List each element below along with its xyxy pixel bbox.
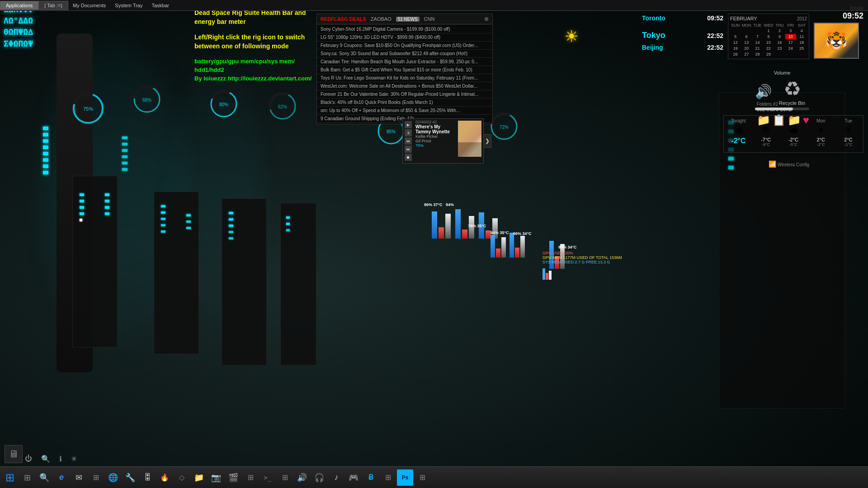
cal-day[interactable]: 13 — [741, 40, 751, 45]
photoshop-taskbar-icon[interactable]: Ps — [397, 469, 413, 486]
cal-day[interactable]: 5 — [730, 34, 741, 39]
ie-taskbar-icon[interactable]: e — [53, 469, 70, 486]
globe-taskbar-icon[interactable]: 🌐 — [105, 469, 121, 486]
applications-tab[interactable]: Applications — [0, 1, 38, 10]
cal-day[interactable]: 4 — [797, 28, 807, 33]
cal-day[interactable] — [741, 28, 751, 33]
speaker-taskbar-icon[interactable]: 🔊 — [294, 469, 310, 486]
cal-day[interactable]: 28 — [752, 52, 763, 57]
cal-day[interactable] — [785, 52, 796, 57]
media-expand-btn[interactable]: ❯ — [483, 134, 491, 148]
news-item[interactable]: Forever 21 Be Our Valentine Sale: 30% Of… — [317, 90, 492, 99]
news-item[interactable]: Sony Cyber-Shot 16.2MP Digital Camera - … — [317, 25, 492, 33]
cal-day[interactable]: 20 — [741, 46, 751, 51]
cal-day[interactable]: 19 — [730, 46, 741, 51]
cal-day[interactable]: 22 — [763, 46, 774, 51]
grid-app-icon[interactable]: ⊞ — [19, 469, 35, 486]
cal-day[interactable] — [797, 52, 807, 57]
search-taskbar-icon[interactable]: 🔍 — [36, 469, 52, 486]
cal-day[interactable] — [730, 28, 741, 33]
media-taskbar-icon[interactable]: ⊞ — [88, 469, 104, 486]
cal-day[interactable] — [774, 52, 785, 57]
media-pause-btn[interactable]: ⏸ — [405, 129, 412, 136]
heart-icon[interactable]: ♥ — [803, 114, 809, 127]
usb-taskbar-icon[interactable]: ⊞ — [380, 469, 396, 486]
news-item[interactable]: LG 55" 1080p 120Hz 3D LED HDTV - $999.99… — [317, 33, 492, 42]
cal-day[interactable]: 18 — [797, 40, 807, 45]
bluetooth-taskbar-icon[interactable]: Ƀ — [363, 469, 379, 486]
cal-day[interactable]: 16 — [774, 40, 785, 45]
user-avatar[interactable]: 🐯 — [814, 23, 859, 59]
script-taskbar-icon[interactable]: ⊞ — [277, 469, 293, 486]
cal-day[interactable]: 6 — [741, 34, 751, 39]
media-stop-btn[interactable]: ⏹ — [405, 154, 412, 161]
games-taskbar-icon[interactable]: ◇ — [174, 469, 190, 486]
cal-day[interactable] — [752, 28, 763, 33]
my-documents-nav[interactable]: My Documents — [73, 3, 106, 8]
asterisk-icon[interactable]: ✳ — [71, 455, 77, 463]
folder-taskbar-icon[interactable]: 📁 — [191, 469, 207, 486]
folder-icon-1[interactable]: 📁 — [757, 114, 770, 127]
news-item[interactable]: Sony.ca: Sony 3D Sound Bar and Subwoofer… — [317, 50, 492, 58]
mail-taskbar-icon[interactable]: ✉ — [71, 469, 87, 486]
cal-day[interactable]: 25 — [797, 46, 807, 51]
monitor-taskbar-icon[interactable]: ⊞ — [414, 469, 430, 486]
news-item[interactable]: February 9 Coupons: Save $10-$50 On Qual… — [317, 42, 492, 50]
news-item[interactable]: WestJet.com: Welcome Sale on All Destina… — [317, 82, 492, 90]
cal-day[interactable]: 15 — [763, 40, 774, 45]
media-artist: Kellie Picker — [415, 134, 454, 139]
cal-day[interactable]: 29 — [763, 52, 774, 57]
media-prev-btn[interactable]: ⏮ — [405, 137, 412, 145]
headset-taskbar-icon[interactable]: 🎧 — [311, 469, 327, 486]
news-item[interactable]: Black's: 40% off 8x10 Quick Print Books … — [317, 99, 492, 107]
bottom-left-icon[interactable]: 🖥 — [5, 445, 23, 463]
fire-taskbar-icon[interactable]: 🔥 — [156, 469, 173, 486]
media-next-btn[interactable]: ⏭ — [405, 145, 412, 153]
news-item[interactable]: Canadian Tire: Hamilton Beach Big Mouth … — [317, 58, 492, 66]
redflasg-tab[interactable]: REDFLASG DEALS — [321, 16, 366, 22]
cal-day[interactable]: 11 — [797, 34, 807, 39]
volume-icon[interactable]: 🔊 — [755, 84, 772, 99]
cal-day[interactable]: 21 — [752, 46, 763, 51]
cal-day[interactable]: 14 — [752, 40, 763, 45]
power-icon[interactable]: ⏻ — [25, 455, 32, 463]
search-small-icon[interactable]: 🔍 — [41, 455, 50, 463]
cal-day[interactable]: 2 — [774, 28, 785, 33]
media-info: 02/40/02:42 Where's My Tammy Wynette Kel… — [414, 119, 456, 163]
cal-day[interactable]: 7 — [752, 34, 763, 39]
clone-taskbar-icon[interactable]: ⊞ — [242, 469, 259, 486]
cal-day[interactable]: 17 — [785, 40, 796, 45]
media-play-btn[interactable]: ▶ — [405, 121, 412, 128]
info-icon[interactable]: ℹ — [59, 455, 62, 463]
cal-day[interactable]: 24 — [785, 46, 796, 51]
music-taskbar-icon[interactable]: ♪ — [328, 469, 344, 486]
video-taskbar-icon[interactable]: 🎬 — [225, 469, 241, 486]
camera-taskbar-icon[interactable]: 📷 — [208, 469, 224, 486]
system-tray-nav[interactable]: System Tray — [115, 3, 142, 8]
news-item[interactable]: om: Up to 40% Off + Spend a Minimum of $… — [317, 107, 492, 115]
gamepad-taskbar-icon[interactable]: 🎮 — [345, 469, 362, 486]
recycle-bin-icon[interactable]: ♻ — [779, 77, 805, 100]
small-bar — [542, 268, 545, 280]
cal-day[interactable]: 26 — [730, 52, 741, 57]
itab-tab[interactable]: | Tab :=) — [38, 1, 68, 10]
cnn-tab[interactable]: CNN — [424, 16, 435, 22]
news-item[interactable]: Toys R Us: Free Lego Snowman Kit for Kid… — [317, 74, 492, 82]
cal-day[interactable]: 8 — [763, 34, 774, 39]
start-button[interactable]: ⊞ — [2, 469, 18, 486]
taskbar-nav[interactable]: Taskbar — [151, 3, 169, 8]
cmd-taskbar-icon[interactable]: >_ — [259, 469, 276, 486]
folder-icon-2[interactable]: 📋 — [772, 114, 786, 127]
cal-day[interactable]: 1 — [763, 28, 774, 33]
tools-taskbar-icon[interactable]: 🔧 — [122, 469, 138, 486]
folder-icon-3[interactable]: 📁 — [788, 114, 801, 127]
cal-day[interactable]: 12 — [730, 40, 741, 45]
cal-day[interactable]: 23 — [774, 46, 785, 51]
cal-day-today[interactable]: 10 — [785, 34, 796, 39]
cal-day[interactable]: 9 — [774, 34, 785, 39]
news-item[interactable]: Bulk Barn: Get a $5 Gift Card When You S… — [317, 66, 492, 74]
cal-day[interactable]: 3 — [785, 28, 796, 33]
mixer-taskbar-icon[interactable]: 🎛 — [139, 469, 156, 486]
zaobao-tab[interactable]: ZAOBAO — [371, 16, 392, 22]
cal-day[interactable]: 27 — [741, 52, 751, 57]
